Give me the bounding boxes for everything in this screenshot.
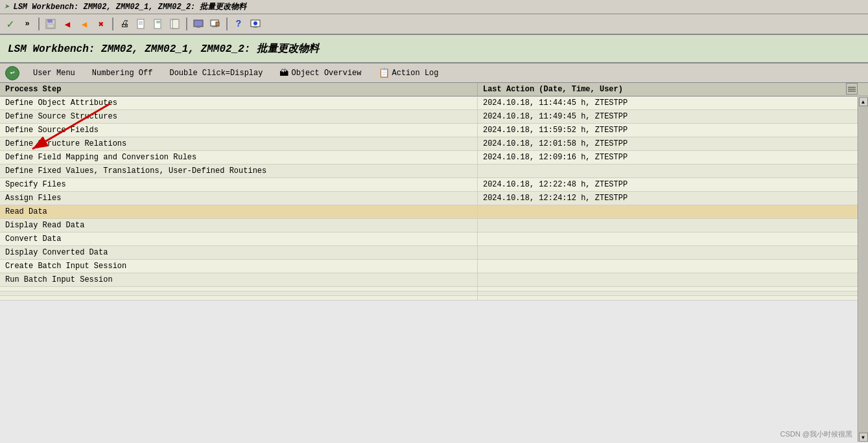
process-table: Process Step Last Action (Date, Time, Us… — [0, 83, 868, 301]
process-table-container: Process Step Last Action (Date, Time, Us… — [0, 83, 868, 442]
watermark: CSDN @我小时候很黑 — [780, 429, 852, 439]
sep1 — [38, 17, 40, 30]
process-step-cell: Create Batch Input Session — [0, 260, 477, 273]
last-action-cell — [477, 205, 868, 219]
last-action-cell — [477, 246, 868, 260]
cancel-btn[interactable]: ✖ — [93, 16, 109, 32]
undo-btn[interactable]: ◀ — [60, 16, 75, 32]
process-step-cell: Run Batch Input Session — [0, 273, 477, 287]
last-action-cell — [477, 260, 868, 273]
header-title: LSM Workbench: ZMM02, ZMM02_1, ZMM02_2: … — [8, 42, 319, 56]
svg-rect-10 — [194, 20, 203, 27]
table-row[interactable]: Define Fixed Values, Translations, User-… — [0, 165, 868, 178]
table-row[interactable] — [0, 287, 868, 291]
process-step-cell — [0, 291, 477, 296]
menu-bar: ↩ User Menu Numbering Off Double Click=D… — [0, 63, 868, 83]
process-step-cell: Assign Files — [0, 192, 477, 205]
object-overview-label: Object Overview — [291, 69, 361, 78]
table-row[interactable]: Specify Files2024.10.18, 12:22:48 h, ZTE… — [0, 178, 868, 192]
user-menu-label: User Menu — [33, 69, 75, 78]
numbering-off-label: Numbering Off — [92, 69, 153, 78]
table-row[interactable]: Assign Files2024.10.18, 12:24:12 h, ZTES… — [0, 192, 868, 205]
svg-rect-1 — [47, 19, 53, 23]
svg-rect-11 — [196, 27, 200, 28]
double-click-label: Double Click=Display — [169, 69, 263, 78]
action-log-label: Action Log — [392, 69, 439, 78]
sep4 — [226, 17, 228, 30]
title-bar: ➤ LSM Workbench: ZMM02, ZMM02_1, ZMM02_2… — [0, 0, 868, 14]
last-action-cell: 2024.10.18, 12:01:58 h, ZTESTPP — [477, 137, 868, 151]
scroll-up-arrow[interactable]: ▲ — [859, 97, 868, 106]
last-action-cell: 2024.10.18, 11:49:45 h, ZTESTPP — [477, 110, 868, 124]
process-step-cell: Display Read Data — [0, 219, 477, 233]
svg-rect-14 — [216, 22, 219, 26]
last-action-cell — [477, 233, 868, 246]
table-row[interactable]: Read Data — [0, 205, 868, 219]
menu-object-overview[interactable]: 🏔 Object Overview — [276, 66, 364, 80]
doc2-btn[interactable] — [150, 16, 166, 32]
last-action-cell: 2024.10.18, 12:24:12 h, ZTESTPP — [477, 192, 868, 205]
menu-numbering-off[interactable]: Numbering Off — [89, 67, 156, 80]
process-step-cell — [0, 287, 477, 291]
clipboard-icon: 📋 — [379, 67, 390, 78]
table-row[interactable]: Run Batch Input Session — [0, 273, 868, 287]
table-row[interactable]: Define Source Structures2024.10.18, 11:4… — [0, 110, 868, 124]
menu-action-log[interactable]: 📋 Action Log — [375, 65, 442, 80]
doc1-btn[interactable] — [134, 16, 149, 32]
redo-btn[interactable]: ◀ — [76, 16, 92, 32]
vertical-scrollbar[interactable]: ▲ ▼ — [858, 97, 868, 442]
table-row[interactable] — [0, 296, 868, 301]
table-row[interactable]: Define Source Fields2024.10.18, 11:59:52… — [0, 124, 868, 137]
process-step-cell: Display Converted Data — [0, 246, 477, 260]
title-bar-icon: ➤ — [4, 1, 9, 12]
process-step-cell: Define Object Attributes — [0, 97, 477, 110]
process-step-cell: Specify Files — [0, 178, 477, 192]
table-row[interactable]: Define Object Attributes2024.10.18, 11:4… — [0, 97, 868, 110]
svg-rect-9 — [172, 19, 179, 28]
table-row[interactable]: Define Field Mapping and Conversion Rule… — [0, 151, 868, 165]
print-btn[interactable]: 🖨 — [117, 16, 132, 32]
nav-btn[interactable]: » — [19, 16, 35, 32]
menu-double-click-display[interactable]: Double Click=Display — [166, 67, 266, 80]
monitor-btn[interactable] — [248, 16, 263, 32]
save-btn[interactable] — [43, 16, 58, 32]
last-action-cell — [477, 219, 868, 233]
back-button[interactable]: ↩ — [5, 66, 19, 80]
check-btn[interactable]: ✓ — [3, 16, 18, 32]
last-action-cell: 2024.10.18, 11:59:52 h, ZTESTPP — [477, 124, 868, 137]
last-action-cell: 2024.10.18, 12:22:48 h, ZTESTPP — [477, 178, 868, 192]
scroll-track[interactable] — [859, 106, 868, 433]
last-action-cell: 2024.10.18, 11:44:45 h, ZTESTPP — [477, 97, 868, 110]
page-header: LSM Workbench: ZMM02, ZMM02_1, ZMM02_2: … — [0, 35, 868, 63]
screen1-btn[interactable] — [191, 16, 206, 32]
screen2-btn[interactable] — [207, 16, 223, 32]
last-action-cell — [477, 296, 868, 301]
last-action-cell — [477, 273, 868, 287]
doc3-btn[interactable] — [167, 16, 183, 32]
table-row[interactable]: Define Structure Relations2024.10.18, 12… — [0, 137, 868, 151]
svg-rect-20 — [848, 91, 856, 92]
table-row[interactable]: Convert Data — [0, 233, 868, 246]
title-bar-text: LSM Workbench: ZMM02, ZMM02_1, ZMM02_2: … — [13, 1, 246, 12]
process-step-cell: Define Fixed Values, Translations, User-… — [0, 165, 477, 178]
table-row[interactable] — [0, 291, 868, 296]
help-btn[interactable]: ? — [231, 16, 246, 32]
svg-rect-19 — [848, 89, 856, 90]
sep2 — [112, 17, 113, 30]
scroll-down-arrow[interactable]: ▼ — [859, 433, 868, 442]
settings-icon[interactable] — [846, 83, 858, 95]
process-step-cell: Define Source Structures — [0, 110, 477, 124]
process-step-cell: Define Structure Relations — [0, 137, 477, 151]
last-action-cell: 2024.10.18, 12:09:16 h, ZTESTPP — [477, 151, 868, 165]
svg-point-17 — [253, 21, 257, 25]
mountain-icon: 🏔 — [279, 68, 288, 78]
table-row[interactable]: Display Converted Data — [0, 246, 868, 260]
table-row[interactable]: Create Batch Input Session — [0, 260, 868, 273]
col-process-step: Process Step — [0, 83, 477, 97]
menu-user-menu[interactable]: User Menu — [30, 67, 78, 80]
toolbar: ✓ » ◀ ◀ ✖ 🖨 ? — [0, 14, 868, 35]
svg-rect-2 — [47, 24, 54, 28]
process-step-cell: Convert Data — [0, 233, 477, 246]
svg-rect-7 — [156, 21, 160, 23]
table-row[interactable]: Display Read Data — [0, 219, 868, 233]
